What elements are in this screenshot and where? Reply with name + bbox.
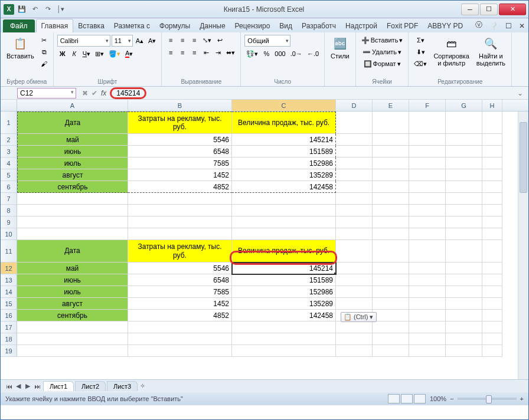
file-tab[interactable]: Файл — [3, 19, 35, 32]
row-header[interactable]: 16 — [1, 310, 17, 321]
cell[interactable]: 6548 — [128, 146, 232, 158]
row-header[interactable]: 11 — [1, 240, 17, 262]
tab-formulas[interactable]: Формулы — [155, 19, 195, 32]
cell[interactable] — [373, 181, 409, 193]
font-size-combo[interactable]: 11 — [112, 35, 133, 47]
cell[interactable] — [446, 193, 482, 205]
cell[interactable] — [409, 262, 446, 274]
cell[interactable] — [336, 333, 373, 345]
cell[interactable] — [409, 274, 446, 286]
cell[interactable] — [336, 205, 373, 216]
cell[interactable] — [336, 146, 373, 158]
cell[interactable] — [409, 158, 446, 169]
cell[interactable] — [482, 193, 502, 205]
new-sheet-icon[interactable]: ✧ — [138, 382, 147, 391]
cell[interactable] — [446, 216, 482, 228]
cell[interactable] — [482, 310, 502, 321]
shrink-font-icon[interactable]: A▾ — [146, 35, 158, 46]
cell[interactable] — [446, 333, 482, 345]
cell[interactable] — [373, 274, 409, 286]
cell[interactable] — [409, 286, 446, 298]
row-header[interactable]: 10 — [1, 228, 17, 240]
cell[interactable] — [17, 333, 128, 345]
cell[interactable] — [232, 228, 336, 240]
cell[interactable] — [373, 240, 409, 262]
cell[interactable] — [446, 181, 482, 193]
indent-less-icon[interactable]: ⇤ — [201, 47, 211, 58]
cell[interactable]: Величина продаж, тыс. руб. — [232, 111, 336, 134]
cell[interactable] — [17, 205, 128, 216]
row-header[interactable]: 3 — [1, 146, 17, 158]
cell[interactable]: Затраты на рекламу, тыс. руб. — [128, 240, 232, 262]
formula-value[interactable]: 145214 — [110, 87, 146, 99]
cell[interactable]: 135289 — [232, 169, 336, 181]
cell[interactable] — [373, 111, 409, 134]
vertical-scrollbar[interactable] — [518, 111, 528, 379]
cell[interactable] — [336, 193, 373, 205]
col-D[interactable]: D — [336, 100, 373, 111]
undo-icon[interactable]: ↶ — [29, 4, 41, 15]
cell[interactable] — [232, 193, 336, 205]
cell[interactable] — [446, 286, 482, 298]
cell[interactable] — [482, 111, 502, 134]
ribbon-minimize-icon[interactable]: ⓥ — [472, 18, 486, 32]
col-B[interactable]: B — [128, 100, 232, 111]
row-header[interactable]: 14 — [1, 286, 17, 298]
decrease-decimal-icon[interactable]: ←.0 — [305, 48, 321, 59]
cell[interactable]: 152986 — [232, 286, 336, 298]
cell[interactable] — [482, 146, 502, 158]
help-icon[interactable]: ❔ — [486, 19, 502, 32]
sheet-tab-3[interactable]: Лист3 — [107, 381, 138, 391]
col-A[interactable]: A — [17, 100, 128, 111]
cell[interactable] — [373, 345, 409, 357]
sheet-nav-next-icon[interactable]: ▶ — [23, 382, 32, 391]
tab-insert[interactable]: Вставка — [73, 19, 109, 32]
cell[interactable]: 145214 — [232, 262, 336, 274]
cell[interactable]: 151589 — [232, 274, 336, 286]
formula-expand-icon[interactable]: ⌄ — [515, 89, 525, 97]
cell[interactable]: июль — [17, 286, 128, 298]
cell[interactable] — [446, 146, 482, 158]
cell[interactable] — [336, 111, 373, 134]
spreadsheet-grid[interactable]: A B C D E F G H 1ДатаЗатраты на рекламу,… — [1, 100, 528, 379]
save-icon[interactable]: 💾 — [16, 4, 28, 15]
autosum-icon[interactable]: Σ▾ — [412, 35, 429, 45]
select-all-corner[interactable] — [1, 100, 17, 111]
row-header[interactable]: 19 — [1, 345, 17, 357]
cell[interactable] — [482, 158, 502, 169]
cell[interactable] — [446, 134, 482, 146]
cell[interactable] — [373, 158, 409, 169]
cut-icon[interactable]: ✂ — [39, 35, 50, 45]
cell[interactable] — [336, 240, 373, 262]
view-normal-icon[interactable] — [388, 394, 400, 403]
view-layout-icon[interactable] — [401, 394, 413, 403]
cell[interactable] — [373, 193, 409, 205]
cell[interactable] — [482, 216, 502, 228]
cell[interactable] — [446, 228, 482, 240]
view-pagebreak-icon[interactable] — [414, 394, 426, 403]
cell[interactable] — [373, 298, 409, 310]
clear-icon[interactable]: ⌫▾ — [412, 58, 429, 69]
cell[interactable] — [232, 321, 336, 333]
cell[interactable] — [336, 321, 373, 333]
paste-button[interactable]: 📋 Вставить — [4, 35, 37, 61]
name-box[interactable]: C12 — [17, 88, 76, 99]
cell[interactable]: 1452 — [128, 298, 232, 310]
sheet-nav-last-icon[interactable]: ⏭ — [32, 382, 42, 391]
number-format-combo[interactable]: Общий — [244, 35, 290, 47]
cell[interactable] — [17, 345, 128, 357]
cell[interactable] — [482, 345, 502, 357]
cell[interactable] — [446, 240, 482, 262]
cell[interactable] — [373, 228, 409, 240]
format-painter-icon[interactable]: 🖌 — [39, 58, 50, 69]
find-select-button[interactable]: 🔍 Найти и выделить — [474, 35, 508, 68]
cell[interactable] — [336, 216, 373, 228]
cell[interactable] — [482, 169, 502, 181]
sheet-nav-prev-icon[interactable]: ◀ — [14, 382, 23, 391]
col-G[interactable]: G — [446, 100, 482, 111]
cell[interactable] — [409, 228, 446, 240]
cell[interactable] — [409, 111, 446, 134]
doc-restore-icon[interactable]: ☐ — [502, 19, 515, 32]
cell[interactable]: 7585 — [128, 158, 232, 169]
cell[interactable] — [446, 158, 482, 169]
